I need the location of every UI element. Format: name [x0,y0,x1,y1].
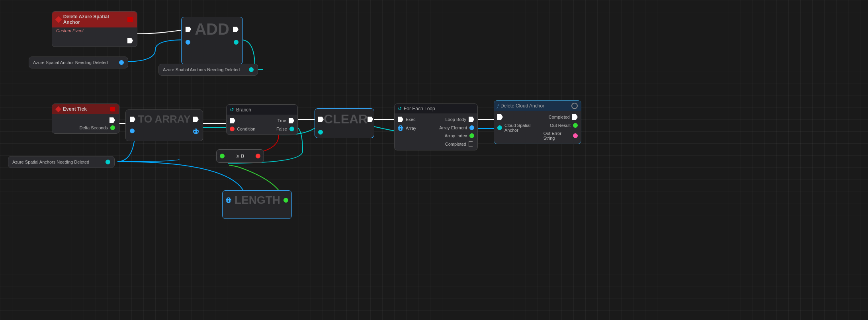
for-each-header: ↺ For Each Loop [395,104,477,113]
azure-anchors-2-label: Azure Spatial Anchors Needing Deleted [12,160,89,164]
delete-azure-body [52,35,137,47]
array-idx-label: Array Index [445,133,467,138]
delete-azure-node: Delete Azure Spatial Anchor Custom Event [52,11,137,47]
dc-result-row: Out Result [550,123,578,128]
azure-anchors-2-node: Azure Spatial Anchors Needing Deleted [8,156,115,168]
to-array-exec-in [130,117,135,122]
add-exec-in [186,27,191,32]
exec-out-pin [127,38,133,43]
for-each-right: Loop Body Array Element Array Index Comp… [439,117,474,147]
dc-completed-pin [572,114,578,120]
dc-result-label: Out Result [550,123,571,128]
true-row: True [278,118,294,123]
length-out-pin [283,198,288,203]
add-pins [182,38,242,48]
delete-cloud-header: 𝑓 Delete Cloud Anchor [494,101,581,111]
to-array-out-pin [193,129,199,134]
length-inner: LENGTH [223,191,291,210]
exec-out-pin2 [109,117,115,123]
azure-anchors-out-body: Azure Spatial Anchors Needing Deleted [159,64,258,75]
array-elem-row: Array Element [439,125,474,130]
compare-left-pin [220,154,225,158]
diamond-icon [55,16,62,23]
true-pin [289,118,294,123]
azure-anchor-body: Azure Spatial Anchor Needing Deleted [29,57,128,68]
length-node: LENGTH [222,190,292,219]
add-node: ADD [181,17,243,64]
dc-completed-label: Completed [549,115,570,119]
branch-body: Condition True False [227,115,297,135]
dc-cloud-row: Cloud Spatial Anchor [497,123,541,133]
loop-body-row: Loop Body [445,117,474,122]
to-array-node: TO ARRAY [125,109,203,141]
azure-anchor-pin [119,60,124,65]
clock-icon [571,103,578,109]
event-tick-node: Event Tick Delta Seconds [52,103,119,134]
delete-azure-title: Delete Azure Spatial Anchor [63,14,125,25]
azure-anchors-2-body: Azure Spatial Anchors Needing Deleted [8,156,114,168]
branch-node: ↺ Branch Condition True False [226,104,298,135]
length-array-in [226,197,231,203]
to-array-pins [126,129,203,137]
loop-body-label: Loop Body [445,117,466,122]
compare-right-pin [256,154,260,158]
for-each-title: For Each Loop [404,106,435,111]
length-label: LENGTH [235,194,280,207]
to-array-exec-out [193,117,199,122]
false-pin [289,127,294,131]
completed-label: Completed [445,142,466,146]
condition-pin [230,127,235,131]
red-square-icon [127,17,133,22]
dc-exec-in [497,114,541,120]
clear-array-in [318,130,323,135]
delete-azure-subtitle: Custom Event [52,27,137,35]
branch-right: True False [276,118,294,131]
azure-anchors-out-label: Azure Spatial Anchors Needing Deleted [163,67,240,72]
array-idx-pin [469,133,474,138]
compare-body: ≥ 0 [217,150,264,162]
to-array-inner: TO ARRAY [126,110,203,129]
dc-cloud-pin [497,125,502,130]
add-pin-in [186,40,190,45]
dc-error-pin [573,133,578,138]
for-each-node: ↺ For Each Loop Exec Array Loop Body Arr… [394,103,478,150]
for-array-in [398,125,403,131]
condition-label: Condition [237,127,255,131]
clear-exec-in [318,117,324,122]
delete-cloud-right: Completed Out Result Out Error String [543,114,578,140]
branch-exec-pin [230,118,235,123]
add-pin-out [234,40,239,45]
clear-pins [315,130,374,137]
dc-result-pin [573,123,578,128]
event-tick-diamond [55,106,62,112]
add-header: ADD [182,17,242,38]
add-label: ADD [195,20,229,38]
completed-row: Completed [445,141,474,147]
array-elem-pin [469,125,474,130]
false-label: False [276,127,287,131]
clear-node: CLEAR [315,108,374,138]
delete-cloud-body: Cloud Spatial Anchor Completed Out Resul… [494,111,581,144]
loop-body-pin [469,117,474,122]
exec-label: Exec [406,117,415,122]
branch-icon: ↺ [230,107,234,113]
array-in-row: Array [398,125,416,131]
clear-exec-out [368,117,373,122]
dc-exec-pin [497,114,503,120]
exec-out-row [56,38,133,43]
for-each-body: Exec Array Loop Body Array Element Array… [395,113,477,150]
to-array-label: TO ARRAY [138,113,191,125]
azure-anchors-out-node: Azure Spatial Anchors Needing Deleted [158,64,258,76]
for-each-icon: ↺ [398,106,402,111]
compare-inner: ≥ 0 [220,153,260,159]
for-each-left: Exec Array [398,117,416,147]
azure-anchors-out-pin [249,67,254,72]
branch-title: Branch [236,107,251,113]
delete-azure-header: Delete Azure Spatial Anchor [52,12,137,27]
azure-anchor-node: Azure Spatial Anchor Needing Deleted [29,57,128,68]
delete-cloud-node: 𝑓 Delete Cloud Anchor Cloud Spatial Anch… [494,100,581,144]
for-completed-pin [469,141,474,147]
event-tick-redsq [110,107,115,111]
array-elem-label: Array Element [439,125,467,130]
array-idx-row: Array Index [445,133,474,138]
